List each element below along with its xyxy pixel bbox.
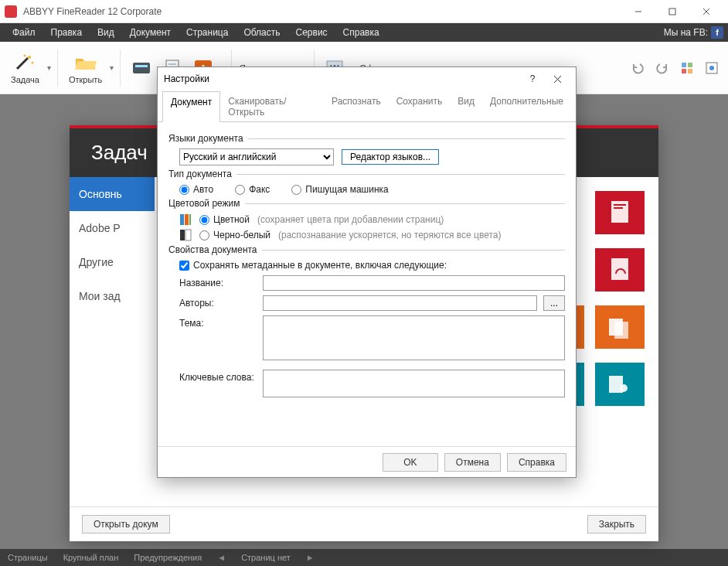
svg-rect-42 bbox=[185, 230, 191, 240]
dialog-titlebar: Настройки ? bbox=[158, 67, 576, 90]
group-colormode-legend: Цветовой режим bbox=[168, 198, 245, 209]
dialog-tabs: Документ Сканировать/Открыть Распознать … bbox=[158, 90, 576, 122]
group-languages-legend: Языки документа bbox=[168, 133, 248, 144]
svg-point-7 bbox=[24, 54, 26, 56]
ok-button[interactable]: OK bbox=[383, 453, 438, 472]
menu-document[interactable]: Документ bbox=[122, 23, 179, 42]
status-pages[interactable]: Страницы bbox=[8, 553, 48, 562]
app-icon bbox=[5, 5, 17, 18]
svg-rect-40 bbox=[189, 214, 191, 225]
next-page-icon[interactable]: ► bbox=[306, 553, 315, 562]
authors-field[interactable] bbox=[263, 295, 537, 311]
status-zoom[interactable]: Крупный план bbox=[63, 553, 119, 562]
close-task-button[interactable]: Закрыть bbox=[587, 515, 646, 534]
subject-field[interactable] bbox=[263, 315, 565, 360]
menu-page[interactable]: Страница bbox=[179, 23, 236, 42]
subject-label: Тема: bbox=[179, 315, 257, 329]
task-nav-other[interactable]: Другие bbox=[70, 245, 155, 279]
settings-dialog: Настройки ? Документ Сканировать/Открыть… bbox=[157, 66, 577, 478]
task-label: Задача bbox=[11, 75, 39, 84]
tile-pdf[interactable] bbox=[595, 248, 645, 292]
language-editor-button[interactable]: Редактор языков... bbox=[342, 149, 439, 165]
facebook-icon[interactable]: f bbox=[711, 26, 723, 39]
maximize-button[interactable] bbox=[655, 1, 689, 22]
statusbar: Страницы Крупный план Предупреждения ◄ С… bbox=[0, 549, 728, 566]
redo-button[interactable] bbox=[652, 58, 672, 78]
chevron-down-icon[interactable]: ▾ bbox=[110, 63, 114, 72]
menu-service[interactable]: Сервис bbox=[288, 23, 335, 42]
help-button[interactable]: Справка bbox=[507, 453, 566, 472]
tab-scan-open[interactable]: Сканировать/Открыть bbox=[220, 91, 324, 122]
cancel-button[interactable]: Отмена bbox=[444, 453, 501, 472]
tab-recognize[interactable]: Распознать bbox=[324, 91, 389, 122]
svg-rect-31 bbox=[614, 322, 628, 339]
colormode-bw[interactable]: Черно-белый bbox=[199, 230, 270, 240]
menu-file[interactable]: Файл bbox=[5, 23, 43, 42]
scanner-icon bbox=[131, 57, 151, 79]
authors-browse-button[interactable]: ... bbox=[543, 295, 565, 311]
dialog-close-button[interactable] bbox=[545, 70, 570, 88]
svg-rect-21 bbox=[688, 69, 692, 73]
menu-area[interactable]: Область bbox=[236, 23, 287, 42]
task-nav-main[interactable]: Основнь bbox=[70, 177, 155, 211]
settings-button[interactable] bbox=[677, 58, 697, 78]
svg-point-23 bbox=[709, 66, 714, 70]
wand-icon bbox=[14, 52, 36, 73]
group-props-legend: Свойства документа bbox=[168, 244, 262, 255]
svg-rect-38 bbox=[180, 214, 184, 225]
svg-rect-1 bbox=[669, 9, 675, 15]
svg-rect-19 bbox=[688, 63, 692, 67]
tile-convert-user[interactable] bbox=[595, 363, 645, 406]
menu-help[interactable]: Справка bbox=[335, 23, 387, 42]
svg-rect-25 bbox=[614, 204, 626, 206]
menu-view[interactable]: Вид bbox=[90, 23, 122, 42]
colormode-color[interactable]: Цветной bbox=[199, 214, 250, 225]
doctype-typewriter[interactable]: Пишущая машинка bbox=[291, 184, 388, 195]
svg-point-35 bbox=[620, 384, 628, 392]
tile-word[interactable] bbox=[595, 191, 645, 234]
keep-metadata-checkbox[interactable]: Сохранять метаданные в документе, включа… bbox=[179, 260, 447, 271]
doctype-auto[interactable]: Авто bbox=[179, 184, 213, 195]
prev-page-icon[interactable]: ◄ bbox=[217, 553, 226, 562]
svg-line-4 bbox=[17, 58, 28, 69]
task-button[interactable]: Задача bbox=[6, 49, 44, 87]
tile-scan-open[interactable] bbox=[595, 305, 645, 349]
open-button[interactable]: Открыть bbox=[64, 49, 107, 87]
status-warnings[interactable]: Предупреждения bbox=[134, 553, 202, 562]
keywords-field[interactable] bbox=[263, 370, 565, 397]
doctype-fax[interactable]: Факс bbox=[235, 184, 270, 195]
minimize-button[interactable] bbox=[621, 1, 655, 22]
name-field[interactable] bbox=[263, 275, 565, 291]
options-button[interactable] bbox=[702, 58, 722, 78]
name-label: Название: bbox=[179, 275, 257, 288]
colormode-color-hint: (сохраняет цвета при добавлении страниц) bbox=[257, 214, 444, 225]
undo-button[interactable] bbox=[628, 58, 648, 78]
svg-rect-26 bbox=[614, 207, 623, 209]
folder-open-icon bbox=[74, 52, 97, 73]
close-button[interactable] bbox=[689, 1, 723, 22]
svg-rect-20 bbox=[682, 69, 686, 73]
tab-save[interactable]: Сохранить bbox=[389, 91, 451, 122]
task-nav-adobe[interactable]: Adobe P bbox=[70, 211, 155, 245]
tab-advanced[interactable]: Дополнительные bbox=[482, 91, 571, 122]
svg-rect-41 bbox=[180, 230, 185, 240]
colormode-bw-hint: (распознавание ускоряется, но теряются в… bbox=[278, 230, 502, 240]
language-select[interactable]: Русский и английский bbox=[179, 148, 334, 165]
color-icon bbox=[179, 213, 192, 226]
tab-document[interactable]: Документ bbox=[162, 91, 220, 122]
scan-button[interactable] bbox=[127, 54, 156, 82]
dialog-title: Настройки bbox=[164, 73, 520, 84]
titlebar: ABBYY FineReader 12 Corporate bbox=[0, 0, 728, 23]
fb-label: Мы на FB: bbox=[664, 27, 708, 38]
svg-rect-18 bbox=[682, 63, 686, 67]
open-document-button[interactable]: Открыть докум bbox=[82, 515, 170, 534]
chevron-down-icon[interactable]: ▾ bbox=[47, 63, 51, 72]
menubar: Файл Правка Вид Документ Страница Област… bbox=[0, 23, 728, 42]
open-label: Открыть bbox=[69, 75, 102, 84]
svg-rect-39 bbox=[185, 214, 189, 225]
task-nav-my[interactable]: Мои зад bbox=[70, 279, 155, 313]
menu-edit[interactable]: Правка bbox=[43, 23, 90, 42]
tab-view[interactable]: Вид bbox=[450, 91, 482, 122]
svg-rect-9 bbox=[135, 65, 148, 67]
dialog-help-button[interactable]: ? bbox=[520, 70, 545, 88]
